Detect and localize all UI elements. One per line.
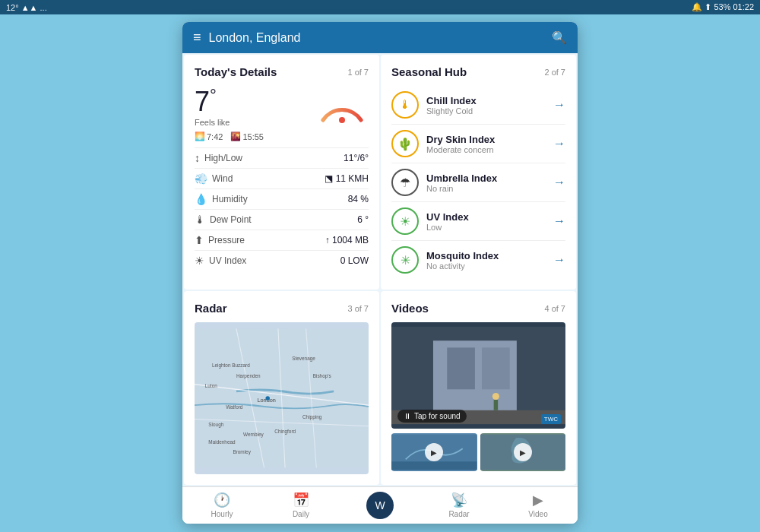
map-view[interactable]: London Leighton Buzzard Stevenage Bishop… [195, 322, 369, 474]
svg-point-26 [492, 393, 499, 400]
umbrella-index-icon: ☂ [391, 169, 419, 196]
temp-unit: ° [210, 86, 217, 106]
svg-text:Luton: Luton [205, 383, 217, 388]
detail-row-highlow: ↕ High/Low 11°/6° [195, 147, 369, 168]
detail-row-humidity: 💧 Humidity 84 % [195, 188, 369, 209]
daily-icon: 📅 [293, 492, 309, 508]
umbrella-index-subtitle: No rain [426, 184, 553, 193]
detail-row-uvindex: ☀ UV Index 0 LOW [195, 250, 369, 271]
svg-rect-24 [482, 347, 510, 389]
hourly-icon: 🕐 [214, 492, 230, 508]
uv-arrow-icon: → [553, 214, 565, 228]
nav-bar: ≡ London, England 🔍 [182, 22, 578, 53]
svg-text:Chipping: Chipping [302, 414, 322, 420]
mosquito-index-title: Mosquito Index [426, 250, 553, 261]
svg-text:Stevenage: Stevenage [292, 356, 315, 362]
umbrella-index-title: Umbrella Index [426, 173, 553, 184]
mosquito-index-subtitle: No activity [426, 261, 553, 271]
svg-text:Slough: Slough [208, 422, 223, 428]
video-label: Video [528, 510, 547, 518]
nav-item-radar[interactable]: 📡 Radar [420, 492, 499, 521]
svg-rect-23 [447, 347, 475, 389]
home-center-button[interactable]: W [366, 492, 394, 519]
dryskin-index-title: Dry Skin Index [426, 134, 553, 145]
hourly-label: Hourly [211, 510, 233, 518]
bottom-nav: 🕐 Hourly 📅 Daily W 📡 Radar ▶ Video [182, 486, 578, 524]
nav-item-video[interactable]: ▶ Video [499, 492, 578, 521]
video-thumb-1[interactable]: ▶ [391, 433, 477, 471]
video-brand-badge: TWC [541, 414, 561, 424]
radar-count: 3 of 7 [347, 304, 369, 313]
status-bar: 12° ▲▲ ... 🔔 ⬆ 53% 01:22 [0, 0, 760, 14]
svg-text:Wembley: Wembley [243, 432, 264, 438]
hub-item-umbrella[interactable]: ☂ Umbrella Index No rain → [391, 163, 565, 202]
daily-label: Daily [293, 510, 309, 518]
uv-index-icon: ☀ [391, 207, 419, 235]
status-left: 12° ▲▲ ... [6, 3, 47, 12]
chill-index-subtitle: Slightly Cold [426, 106, 553, 116]
seasonal-hub-card: Seasonal Hub 2 of 7 🌡 Chill Index Slight… [381, 55, 576, 290]
tap-for-sound-label[interactable]: ⏸ Tap for sound [397, 410, 467, 423]
seasonal-hub-count: 2 of 7 [544, 68, 565, 77]
svg-rect-29 [391, 461, 477, 470]
svg-text:Maidenhead: Maidenhead [208, 439, 236, 445]
temperature-value: 7 [195, 86, 210, 118]
play-button-2[interactable]: ▶ [514, 443, 532, 461]
radar-title: Radar [195, 302, 227, 315]
svg-point-0 [339, 117, 345, 123]
svg-rect-27 [494, 400, 498, 410]
chill-index-title: Chill Index [426, 95, 553, 106]
highlow-value: 11°/6° [344, 153, 369, 163]
todays-details-title: Today's Details [195, 65, 277, 78]
status-right: 🔔 ⬆ 53% 01:22 [692, 2, 754, 12]
dryskin-arrow-icon: → [553, 137, 565, 150]
feels-like-label: Feels like [195, 118, 230, 127]
pressure-value: ↑ 1004 MB [325, 235, 369, 245]
svg-text:Watford: Watford [226, 404, 243, 410]
video-thumb-2[interactable]: ▶ [480, 433, 566, 471]
mosquito-arrow-icon: → [553, 253, 565, 267]
radar-nav-icon: 📡 [451, 492, 467, 508]
svg-text:Bromley: Bromley [233, 449, 251, 455]
svg-text:Chingford: Chingford [274, 429, 296, 435]
uv-index-subtitle: Low [426, 223, 553, 232]
umbrella-arrow-icon: → [553, 176, 565, 189]
nav-item-hourly[interactable]: 🕐 Hourly [182, 492, 261, 521]
videos-title: Videos [391, 302, 429, 315]
svg-text:Leighton Buzzard: Leighton Buzzard [212, 363, 250, 369]
location-title: London, England [209, 31, 301, 45]
svg-text:Bishop's: Bishop's [313, 373, 331, 379]
videos-count: 4 of 7 [544, 304, 565, 313]
todays-details-count: 1 of 7 [347, 68, 369, 77]
radar-card: Radar 3 of 7 [184, 291, 379, 485]
radar-nav-label: Radar [448, 510, 469, 518]
uvindex-value: 0 LOW [340, 255, 369, 266]
svg-point-20 [265, 396, 269, 400]
main-grid: Today's Details 1 of 7 7 ° Feels like [182, 53, 578, 486]
hub-item-mosquito[interactable]: ✳ Mosquito Index No activity → [391, 241, 565, 279]
detail-row-pressure: ⬆ Pressure ↑ 1004 MB [195, 230, 369, 250]
chill-arrow-icon: → [553, 98, 565, 112]
dryskin-index-subtitle: Moderate concern [426, 145, 553, 154]
seasonal-hub-title: Seasonal Hub [391, 65, 467, 78]
main-video[interactable]: ⏸ Tap for sound TWC [391, 322, 565, 429]
video-icon: ▶ [533, 492, 543, 508]
hub-item-uv[interactable]: ☀ UV Index Low → [391, 202, 565, 241]
sunset-time: 🌇 15:55 [230, 131, 264, 141]
humidity-value: 84 % [348, 194, 369, 204]
mosquito-index-icon: ✳ [391, 246, 419, 274]
search-icon[interactable]: 🔍 [552, 30, 567, 45]
detail-row-wind: 💨 Wind ⬔ 11 KMH [195, 168, 369, 188]
wind-value: ⬔ 11 KMH [325, 173, 369, 184]
detail-row-dewpoint: 🌡 Dew Point 6 ° [195, 209, 369, 230]
nav-item-daily[interactable]: 📅 Daily [261, 492, 340, 521]
dryskin-index-icon: 🌵 [391, 130, 419, 157]
hub-item-dryskin[interactable]: 🌵 Dry Skin Index Moderate concern → [391, 125, 565, 163]
sunrise-time: 🌅 7:42 [195, 131, 223, 141]
videos-card: Videos 4 of 7 [381, 291, 576, 485]
hamburger-icon[interactable]: ≡ [193, 30, 201, 46]
phone-screen: ≡ London, England 🔍 Today's Details 1 of… [182, 22, 578, 524]
svg-text:Harpenden: Harpenden [236, 373, 261, 379]
nav-item-home[interactable]: W [340, 492, 420, 521]
hub-item-chill[interactable]: 🌡 Chill Index Slightly Cold → [391, 86, 565, 125]
